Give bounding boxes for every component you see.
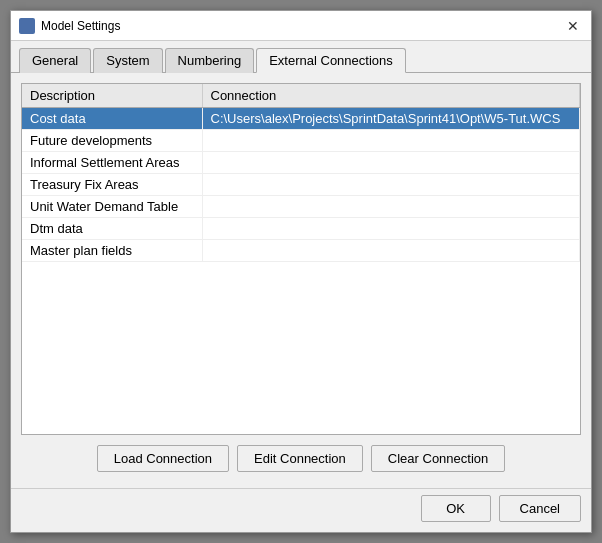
cell-description: Unit Water Demand Table bbox=[22, 196, 202, 218]
table-row[interactable]: Treasury Fix Areas bbox=[22, 174, 580, 196]
title-bar-left: Model Settings bbox=[19, 18, 120, 34]
ok-button[interactable]: OK bbox=[421, 495, 491, 522]
dialog: Model Settings ✕ General System Numberin… bbox=[10, 10, 592, 533]
cell-description: Cost data bbox=[22, 108, 202, 130]
tabs-bar: General System Numbering External Connec… bbox=[11, 41, 591, 73]
footer: OK Cancel bbox=[11, 488, 591, 532]
cell-connection: C:\Users\alex\Projects\SprintData\Sprint… bbox=[202, 108, 580, 130]
main-content: Description Connection Cost dataC:\Users… bbox=[11, 73, 591, 488]
table-row[interactable]: Unit Water Demand Table bbox=[22, 196, 580, 218]
cell-description: Informal Settlement Areas bbox=[22, 152, 202, 174]
table-row[interactable]: Cost dataC:\Users\alex\Projects\SprintDa… bbox=[22, 108, 580, 130]
cell-connection bbox=[202, 152, 580, 174]
load-connection-button[interactable]: Load Connection bbox=[97, 445, 229, 472]
tab-general[interactable]: General bbox=[19, 48, 91, 73]
dialog-icon bbox=[19, 18, 35, 34]
cell-connection bbox=[202, 174, 580, 196]
table-row[interactable]: Informal Settlement Areas bbox=[22, 152, 580, 174]
title-bar: Model Settings ✕ bbox=[11, 11, 591, 41]
cell-description: Dtm data bbox=[22, 218, 202, 240]
cell-description: Treasury Fix Areas bbox=[22, 174, 202, 196]
cell-connection bbox=[202, 240, 580, 262]
column-connection: Connection bbox=[202, 84, 580, 108]
connections-table: Description Connection Cost dataC:\Users… bbox=[22, 84, 580, 262]
table-row[interactable]: Future developments bbox=[22, 130, 580, 152]
clear-connection-button[interactable]: Clear Connection bbox=[371, 445, 505, 472]
dialog-title: Model Settings bbox=[41, 19, 120, 33]
table-row[interactable]: Master plan fields bbox=[22, 240, 580, 262]
cancel-button[interactable]: Cancel bbox=[499, 495, 581, 522]
cell-connection bbox=[202, 218, 580, 240]
tab-external-connections[interactable]: External Connections bbox=[256, 48, 406, 73]
tab-system[interactable]: System bbox=[93, 48, 162, 73]
table-header-row: Description Connection bbox=[22, 84, 580, 108]
cell-connection bbox=[202, 196, 580, 218]
tab-numbering[interactable]: Numbering bbox=[165, 48, 255, 73]
cell-description: Master plan fields bbox=[22, 240, 202, 262]
action-buttons: Load Connection Edit Connection Clear Co… bbox=[21, 435, 581, 478]
table-row[interactable]: Dtm data bbox=[22, 218, 580, 240]
edit-connection-button[interactable]: Edit Connection bbox=[237, 445, 363, 472]
cell-description: Future developments bbox=[22, 130, 202, 152]
close-button[interactable]: ✕ bbox=[563, 16, 583, 36]
column-description: Description bbox=[22, 84, 202, 108]
cell-connection bbox=[202, 130, 580, 152]
connections-table-container: Description Connection Cost dataC:\Users… bbox=[21, 83, 581, 435]
